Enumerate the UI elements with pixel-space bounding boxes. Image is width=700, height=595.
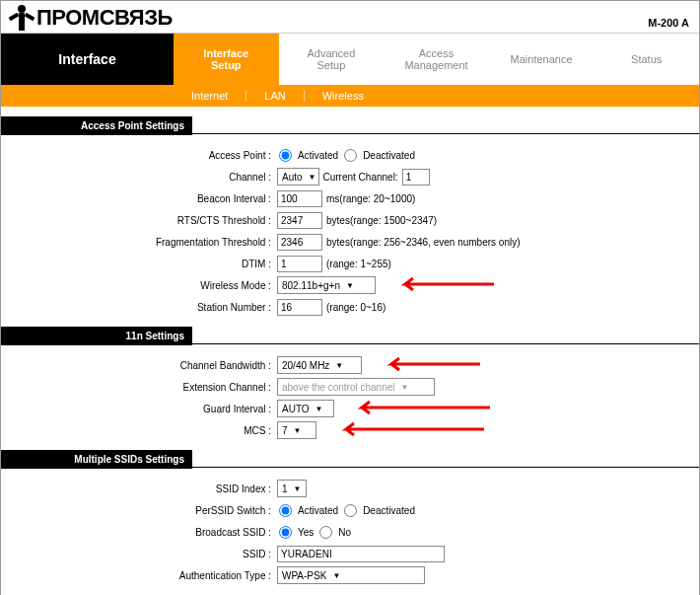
station-input[interactable] [277, 299, 322, 316]
beacon-input[interactable] [277, 190, 322, 207]
perssid-deactivated-radio[interactable] [344, 504, 357, 517]
station-label: Station Number : [1, 302, 277, 313]
broadcast-no-radio[interactable] [319, 526, 332, 539]
model-label: M-200 A [648, 17, 689, 31]
wireless-mode-label: Wireless Mode : [1, 280, 277, 291]
bandwidth-label: Channel Bandwidth : [1, 360, 277, 371]
broadcast-yes-radio[interactable] [279, 526, 292, 539]
current-channel-input[interactable] [402, 169, 430, 186]
section-11n: 11n Settings [1, 327, 192, 345]
frag-label: Fragmentation Threshold : [1, 237, 277, 248]
access-point-label: Access Point : [1, 150, 277, 161]
ssid-label: SSID : [1, 549, 277, 559]
access-point-deactivated-radio[interactable] [344, 149, 357, 162]
tab-maintenance[interactable]: Maintenance [489, 34, 595, 85]
auth-type-select[interactable]: WPA-PSK▼ [277, 566, 425, 584]
guard-interval-label: Guard Interval : [1, 404, 277, 414]
brand-logo: ПРОМСВЯЗЬ [11, 5, 173, 31]
rts-label: RTS/CTS Threshold : [1, 215, 277, 226]
section-access-point: Access Point Settings [1, 116, 192, 135]
access-point-activated-radio[interactable] [279, 149, 292, 162]
nav-section-title: Interface [1, 34, 174, 85]
beacon-label: Beacon Interval : [1, 193, 277, 204]
rts-input[interactable] [277, 212, 322, 229]
tab-status[interactable]: Status [594, 34, 699, 85]
perssid-activated-radio[interactable] [279, 504, 292, 517]
dtim-input[interactable] [277, 256, 322, 272]
extension-channel-select[interactable]: above the control channel▼ [277, 378, 435, 396]
subnav-wireless[interactable]: Wireless [305, 90, 382, 102]
tab-interface-setup[interactable]: InterfaceSetup [174, 34, 279, 85]
perssid-label: PerSSID Switch : [1, 505, 277, 516]
ssid-index-select[interactable]: 1▼ [277, 480, 307, 497]
tab-advanced-setup[interactable]: AdvancedSetup [279, 34, 385, 85]
ssid-index-label: SSID Index : [1, 483, 277, 494]
broadcast-label: Broadcast SSID : [1, 527, 277, 538]
channel-label: Channel : [1, 172, 277, 183]
annotation-arrow-icon [382, 355, 480, 373]
annotation-arrow-icon [395, 275, 494, 293]
dtim-label: DTIM : [1, 259, 277, 269]
annotation-arrow-icon [352, 399, 490, 416]
brand-text: ПРОМСВЯЗЬ [36, 5, 173, 31]
subnav-internet[interactable]: Internet [174, 90, 246, 102]
frag-input[interactable] [277, 234, 322, 251]
mcs-label: MCS : [1, 425, 277, 436]
tab-access-management[interactable]: AccessManagement [384, 34, 489, 85]
extension-channel-label: Extension Channel : [1, 382, 277, 393]
annotation-arrow-icon [336, 420, 484, 438]
bandwidth-select[interactable]: 20/40 MHz▼ [277, 356, 362, 374]
ssid-input[interactable] [277, 546, 445, 562]
mcs-select[interactable]: 7▼ [277, 421, 316, 439]
guard-interval-select[interactable]: AUTO▼ [277, 400, 334, 417]
section-multiple-ssids: Multiple SSIDs Settings [1, 450, 192, 469]
channel-select[interactable]: Auto▼ [277, 168, 319, 186]
auth-type-label: Authentication Type : [1, 570, 277, 581]
wireless-mode-select[interactable]: 802.11b+g+n▼ [277, 276, 376, 294]
subnav-lan[interactable]: LAN [246, 90, 304, 102]
